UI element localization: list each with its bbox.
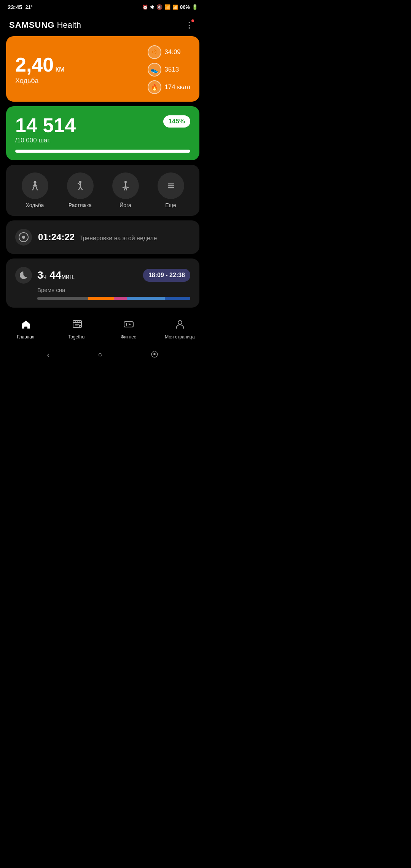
alarm-icon: ⏰ xyxy=(142,5,148,10)
sleep-seg-orange xyxy=(88,297,114,300)
sleep-bar xyxy=(37,297,190,300)
sleep-minutes: 44 xyxy=(49,269,61,281)
sleep-top: 3ч 44мин. 18:09 - 22:38 xyxy=(15,267,190,284)
nav-home[interactable]: Главная xyxy=(0,319,51,340)
bottom-nav: Главная Together Фитне xyxy=(0,314,206,343)
wifi-icon: 📶 xyxy=(164,4,170,10)
fitness-icon xyxy=(123,319,134,333)
activities-row: Ходьба Растяжка xyxy=(12,172,193,208)
steps-info: 14 514 /10 000 шаг. xyxy=(15,115,76,144)
status-time: 23:45 xyxy=(8,4,22,10)
system-nav: ‹ ○ ⦿ xyxy=(0,343,206,367)
sleep-time-badge: 18:09 - 22:38 xyxy=(143,269,190,282)
status-icons: ⏰ ✱ 🔇 📶 📶 86% 🔋 xyxy=(142,4,198,10)
steps-card[interactable]: 14 514 /10 000 шаг. 145% xyxy=(6,106,199,160)
walking-steps-value: 3513 xyxy=(164,66,179,73)
svg-point-11 xyxy=(178,321,182,324)
steps-count: 14 514 xyxy=(15,115,76,135)
sleep-hours-unit: ч xyxy=(43,273,47,280)
signal-icon: 📶 xyxy=(172,5,178,10)
sleep-minutes-unit: мин. xyxy=(61,273,75,280)
app-title: SAMSUNG Health xyxy=(9,20,81,30)
activity-more-label: Еще xyxy=(165,202,176,208)
more-dots-icon: ⋮ xyxy=(185,20,193,30)
walking-steps-stat: 👟 3513 xyxy=(148,63,190,77)
walking-card[interactable]: 2,40км Ходьба ⏱ 34:09 👟 3513 🔥 174 ккал xyxy=(6,36,199,102)
activity-yoga[interactable]: Йога xyxy=(112,172,139,208)
steps-icon: 👟 xyxy=(148,63,161,77)
home-button[interactable]: ○ xyxy=(90,348,110,361)
walking-calories-value: 174 ккал xyxy=(164,83,190,91)
profile-icon xyxy=(174,319,186,333)
training-icon xyxy=(15,229,32,246)
battery-icon: 🔋 xyxy=(192,4,198,10)
sleep-seg-darkblue xyxy=(165,297,190,300)
status-bar: 23:45 21° ⏰ ✱ 🔇 📶 📶 86% 🔋 xyxy=(0,0,206,13)
nav-home-label: Главная xyxy=(17,334,35,340)
bluetooth-icon: ✱ xyxy=(150,4,155,10)
app-header: SAMSUNG Health ⋮ xyxy=(0,13,206,36)
nav-fitness-label: Фитнес xyxy=(121,334,136,340)
together-icon xyxy=(72,319,83,333)
steps-progress-fill xyxy=(15,150,190,153)
nav-profile-label: Моя страница xyxy=(165,334,194,340)
svg-point-7 xyxy=(22,236,25,239)
nav-together-label: Together xyxy=(68,334,86,340)
walking-time-value: 34:09 xyxy=(164,48,181,56)
sleep-icon xyxy=(15,267,32,284)
walking-calories-stat: 🔥 174 ккал xyxy=(148,80,190,94)
training-time: 01:24:22 xyxy=(38,232,75,242)
activity-yoga-icon xyxy=(112,172,139,199)
walking-distance: 2,40км xyxy=(15,55,65,75)
calories-icon: 🔥 xyxy=(148,80,161,94)
activity-more-icon xyxy=(158,172,184,199)
status-temp: 21° xyxy=(25,4,33,10)
nav-together[interactable]: Together xyxy=(51,319,103,340)
battery-percent: 86% xyxy=(180,4,190,10)
walking-label: Ходьба xyxy=(15,77,65,85)
walking-main-info: 2,40км Ходьба xyxy=(15,55,65,85)
sleep-label: Время сна xyxy=(15,287,190,293)
svg-point-0 xyxy=(33,181,36,184)
activity-walking-icon xyxy=(22,172,48,199)
activity-yoga-label: Йога xyxy=(119,202,131,208)
steps-badge: 145% xyxy=(163,115,190,128)
timer-icon: ⏱ xyxy=(148,45,161,59)
sleep-left: 3ч 44мин. xyxy=(15,267,75,284)
brand-health: Health xyxy=(57,20,81,30)
sleep-seg-pink xyxy=(114,297,127,300)
steps-progress-bar xyxy=(15,150,190,153)
training-card[interactable]: 01:24:22 Тренировки на этой неделе xyxy=(6,220,199,254)
sleep-card[interactable]: 3ч 44мин. 18:09 - 22:38 Время сна xyxy=(6,258,199,308)
nav-profile[interactable]: Моя страница xyxy=(154,319,206,340)
activity-walking-label: Ходьба xyxy=(26,202,44,208)
training-label: Тренировки на этой неделе xyxy=(80,235,157,241)
steps-goal: /10 000 шаг. xyxy=(15,137,76,144)
activity-walking[interactable]: Ходьба xyxy=(22,172,48,208)
activity-stretching-label: Растяжка xyxy=(68,202,92,208)
main-content: 2,40км Ходьба ⏱ 34:09 👟 3513 🔥 174 ккал … xyxy=(0,36,206,308)
nav-fitness[interactable]: Фитнес xyxy=(103,319,154,340)
sleep-duration: 3ч 44мин. xyxy=(37,269,75,281)
walking-stats: ⏱ 34:09 👟 3513 🔥 174 ккал xyxy=(148,45,190,94)
activities-card: Ходьба Растяжка xyxy=(6,165,199,216)
sleep-seg-gray xyxy=(37,297,88,300)
recents-button[interactable]: ⦿ xyxy=(143,348,166,361)
walking-time-stat: ⏱ 34:09 xyxy=(148,45,190,59)
home-icon xyxy=(20,319,32,333)
sleep-seg-blue xyxy=(127,297,165,300)
activity-more[interactable]: Еще xyxy=(158,172,184,208)
activity-stretching-icon xyxy=(67,172,94,199)
steps-top-row: 14 514 /10 000 шаг. 145% xyxy=(15,115,190,144)
back-button[interactable]: ‹ xyxy=(40,348,57,361)
brand-samsung: SAMSUNG xyxy=(9,20,54,30)
mute-icon: 🔇 xyxy=(156,4,162,10)
activity-stretching[interactable]: Растяжка xyxy=(67,172,94,208)
training-info: 01:24:22 Тренировки на этой неделе xyxy=(38,232,157,243)
more-menu-button[interactable]: ⋮ xyxy=(182,19,196,32)
sleep-hours: 3 xyxy=(37,269,43,281)
